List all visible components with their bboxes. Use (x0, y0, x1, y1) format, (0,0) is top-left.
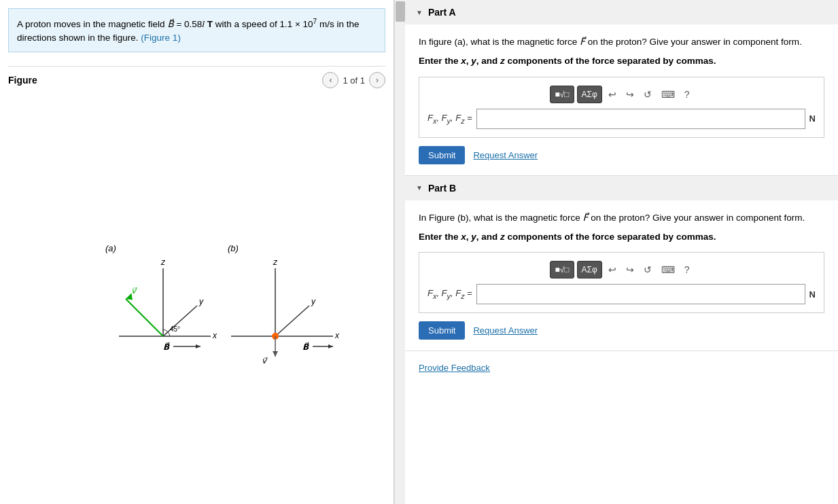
scroll-area (394, 0, 405, 504)
figure-canvas: (a) (b) z y x v⃗ (8, 94, 385, 504)
part-b-unit: N (809, 289, 816, 300)
next-figure-button[interactable]: › (369, 72, 385, 88)
svg-text:x: x (212, 331, 217, 340)
part-b-body: In Figure (b), what is the magnetic forc… (405, 200, 838, 351)
provide-feedback-link[interactable]: Provide Feedback (419, 363, 490, 373)
scroll-thumb[interactable] (396, 1, 405, 22)
svg-marker-15 (196, 344, 200, 348)
part-b-actions: Submit Request Answer (419, 321, 824, 340)
part-a-body: In figure (a), what is the magnetic forc… (405, 24, 838, 175)
figure-link[interactable]: (Figure 1) (141, 33, 181, 43)
prev-figure-button[interactable]: ‹ (322, 72, 338, 88)
part-b-keyboard-btn[interactable]: ⌨ (658, 263, 678, 276)
part-b-input-area: ■√□ ΑΣφ ↩ ↪ ↺ ⌨ ? Fx, Fy, Fz = N (419, 252, 824, 313)
figure-title: Figure (8, 75, 37, 86)
part-b-matrix-btn[interactable]: ■√□ (550, 261, 574, 278)
figure-area: Figure ‹ 1 of 1 › (a) (b) z y (0, 60, 394, 504)
part-a-answer-input[interactable] (476, 109, 805, 129)
part-a-formula-label: Fx, Fy, Fz = (427, 113, 472, 125)
part-b-submit-button[interactable]: Submit (419, 321, 465, 340)
part-a-keyboard-btn[interactable]: ⌨ (658, 88, 678, 101)
svg-text:(a): (a) (105, 243, 116, 253)
figure-svg: (a) (b) z y x v⃗ (51, 231, 343, 367)
part-a-question: In figure (a), what is the magnetic forc… (419, 35, 824, 49)
part-a-request-answer-link[interactable]: Request Answer (473, 150, 538, 160)
svg-text:B⃗: B⃗ (163, 342, 170, 352)
part-a-actions: Submit Request Answer (419, 146, 824, 164)
svg-line-18 (275, 306, 309, 336)
left-panel: A proton moves in the magnetic field B⃗ … (0, 0, 394, 504)
part-b-toolbar: ■√□ ΑΣφ ↩ ↪ ↺ ⌨ ? (427, 261, 816, 278)
part-a-help-btn[interactable]: ? (681, 88, 693, 101)
part-a-submit-button[interactable]: Submit (419, 146, 465, 164)
svg-text:v⃗: v⃗ (131, 286, 137, 295)
svg-line-9 (126, 299, 163, 336)
part-a-refresh-btn[interactable]: ↺ (640, 88, 655, 101)
svg-text:x: x (334, 331, 340, 340)
part-b-request-answer-link[interactable]: Request Answer (473, 325, 538, 336)
problem-text: A proton moves in the magnetic field B⃗ … (17, 19, 359, 43)
svg-text:y: y (198, 297, 204, 306)
svg-text:z: z (273, 257, 278, 267)
part-b-label: Part B (428, 183, 456, 194)
part-a-section: ▼ Part A In figure (a), what is the magn… (405, 0, 838, 176)
part-a-header: ▼ Part A (405, 0, 838, 24)
figure-header: Figure ‹ 1 of 1 › (8, 66, 385, 94)
part-a-instruction: Enter the x, y, and z components of the … (419, 54, 824, 68)
svg-text:v⃗: v⃗ (262, 356, 268, 365)
part-b-answer-input[interactable] (476, 284, 805, 304)
part-a-label: Part A (428, 7, 456, 18)
part-b-collapse-icon[interactable]: ▼ (416, 184, 423, 192)
part-a-unit: N (809, 113, 816, 124)
part-a-formula-row: Fx, Fy, Fz = N (427, 109, 816, 129)
part-a-input-area: ■√□ ΑΣφ ↩ ↪ ↺ ⌨ ? Fx, Fy, Fz = N (419, 77, 824, 138)
part-a-redo-btn[interactable]: ↪ (623, 88, 638, 101)
part-b-redo-btn[interactable]: ↪ (623, 263, 638, 276)
part-b-refresh-btn[interactable]: ↺ (640, 263, 655, 276)
part-a-toolbar: ■√□ ΑΣφ ↩ ↪ ↺ ⌨ ? (427, 86, 816, 103)
part-b-greek-btn[interactable]: ΑΣφ (577, 261, 602, 278)
part-b-question: In Figure (b), what is the magnetic forc… (419, 211, 824, 225)
svg-text:45°: 45° (170, 325, 180, 333)
feedback-section: Provide Feedback (405, 351, 838, 384)
part-b-formula-label: Fx, Fy, Fz = (427, 288, 472, 300)
figure-nav: ‹ 1 of 1 › (322, 72, 385, 88)
part-b-header: ▼ Part B (405, 176, 838, 200)
part-b-formula-row: Fx, Fy, Fz = N (427, 284, 816, 304)
svg-text:y: y (311, 297, 316, 306)
part-a-undo-btn[interactable]: ↩ (605, 88, 620, 101)
part-b-section: ▼ Part B In Figure (b), what is the magn… (405, 176, 838, 352)
right-panel: ▼ Part A In figure (a), what is the magn… (405, 0, 838, 504)
svg-marker-25 (273, 351, 278, 357)
part-a-greek-btn[interactable]: ΑΣφ (577, 86, 602, 103)
svg-text:B⃗: B⃗ (302, 342, 309, 352)
svg-marker-29 (328, 344, 333, 348)
svg-text:(b): (b) (228, 243, 239, 253)
svg-text:z: z (160, 257, 166, 267)
part-b-help-btn[interactable]: ? (681, 263, 693, 276)
part-b-instruction: Enter the x, y, and z components of the … (419, 230, 824, 244)
problem-statement: A proton moves in the magnetic field B⃗ … (8, 8, 385, 52)
part-a-matrix-btn[interactable]: ■√□ (550, 86, 574, 103)
part-a-collapse-icon[interactable]: ▼ (416, 9, 423, 16)
part-b-undo-btn[interactable]: ↩ (605, 263, 620, 276)
figure-nav-text: 1 of 1 (343, 75, 365, 86)
